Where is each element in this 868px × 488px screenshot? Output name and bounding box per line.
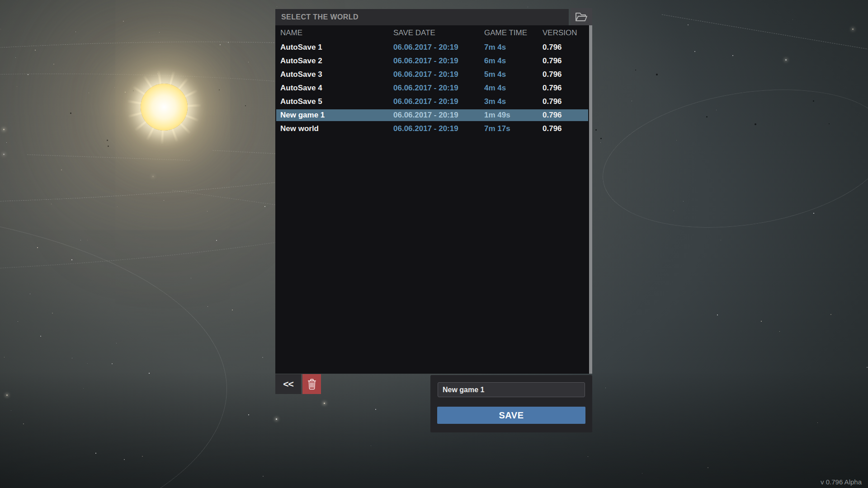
save-date: 06.06.2017 - 20:19 xyxy=(393,84,484,93)
save-name: AutoSave 1 xyxy=(276,43,393,52)
orbit-ellipse xyxy=(0,208,227,488)
save-date: 06.06.2017 - 20:19 xyxy=(393,124,484,133)
trash-icon xyxy=(307,378,317,390)
save-version: 0.796 xyxy=(542,56,585,66)
folder-open-icon xyxy=(575,11,588,23)
save-name: AutoSave 5 xyxy=(276,97,393,106)
save-version: 0.796 xyxy=(542,84,585,93)
dialog-titlebar: SELECT THE WORLD xyxy=(275,9,569,25)
game-time: 1m 49s xyxy=(484,111,542,120)
column-header-save-date: SAVE DATE xyxy=(393,28,484,38)
save-date: 06.06.2017 - 20:19 xyxy=(393,43,484,52)
save-row[interactable]: New world 06.06.2017 - 20:19 7m 17s 0.79… xyxy=(276,122,588,136)
save-version: 0.796 xyxy=(542,97,585,106)
save-date: 06.06.2017 - 20:19 xyxy=(393,97,484,106)
save-row[interactable]: AutoSave 3 06.06.2017 - 20:19 5m 4s 0.79… xyxy=(276,68,588,81)
list-scrollbar[interactable] xyxy=(589,25,592,374)
save-date: 06.06.2017 - 20:19 xyxy=(393,111,484,120)
save-table-body: AutoSave 1 06.06.2017 - 20:19 7m 4s 0.79… xyxy=(275,41,589,136)
game-time: 3m 4s xyxy=(484,97,542,106)
column-header-game-time: GAME TIME xyxy=(484,28,542,38)
save-row[interactable]: AutoSave 2 06.06.2017 - 20:19 6m 4s 0.79… xyxy=(276,54,588,68)
delete-save-button[interactable] xyxy=(302,374,321,394)
save-version: 0.796 xyxy=(542,43,585,52)
save-row[interactable]: AutoSave 5 06.06.2017 - 20:19 3m 4s 0.79… xyxy=(276,95,588,108)
orbit-ellipse xyxy=(593,71,868,247)
orbit-segment xyxy=(27,155,190,161)
save-name: New game 1 xyxy=(276,111,393,120)
save-list-panel: NAME SAVE DATE GAME TIME VERSION AutoSav… xyxy=(275,25,589,374)
table-header: NAME SAVE DATE GAME TIME VERSION xyxy=(275,25,589,41)
save-row[interactable]: New game 1 06.06.2017 - 20:19 1m 49s 0.7… xyxy=(276,109,588,121)
game-time: 7m 17s xyxy=(484,124,542,133)
dialog-title: SELECT THE WORLD xyxy=(275,13,359,21)
column-header-name: NAME xyxy=(275,28,393,38)
column-header-version: VERSION xyxy=(542,28,585,38)
game-time: 4m 4s xyxy=(484,84,542,93)
sun xyxy=(141,84,188,131)
save-row[interactable]: AutoSave 1 06.06.2017 - 20:19 7m 4s 0.79… xyxy=(276,41,588,54)
save-name: New world xyxy=(276,124,393,133)
save-name: AutoSave 4 xyxy=(276,84,393,93)
save-version: 0.796 xyxy=(542,70,585,79)
save-row[interactable]: AutoSave 4 06.06.2017 - 20:19 4m 4s 0.79… xyxy=(276,81,588,95)
world-name-input[interactable] xyxy=(438,382,585,397)
save-name: AutoSave 3 xyxy=(276,70,393,79)
save-form-panel: SAVE xyxy=(430,375,592,432)
save-button[interactable]: SAVE xyxy=(437,407,585,424)
game-time: 5m 4s xyxy=(484,70,542,79)
orbit-segment xyxy=(662,14,868,56)
save-name: AutoSave 2 xyxy=(276,56,393,66)
save-version: 0.796 xyxy=(542,111,585,120)
save-version: 0.796 xyxy=(542,124,585,133)
save-date: 06.06.2017 - 20:19 xyxy=(393,70,484,79)
orbit-segment xyxy=(172,190,284,206)
game-time: 6m 4s xyxy=(484,56,542,66)
load-world-button[interactable] xyxy=(571,8,592,25)
app-version-label: v 0.796 Alpha xyxy=(821,478,862,486)
back-button[interactable]: << xyxy=(275,374,301,394)
game-time: 7m 4s xyxy=(484,43,542,52)
save-date: 06.06.2017 - 20:19 xyxy=(393,56,484,66)
